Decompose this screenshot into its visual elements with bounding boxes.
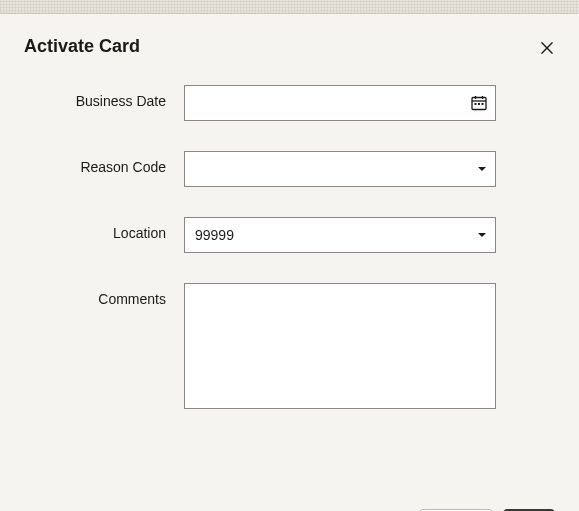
location-label: Location [24,217,184,241]
comments-textarea[interactable] [184,283,496,409]
business-date-input[interactable] [184,85,496,121]
field-row-comments: Comments [24,283,555,413]
window-texture-strip [0,0,579,14]
location-select[interactable]: 99999 [184,217,496,253]
dialog-footer: Cancel OK [0,449,579,511]
activate-card-dialog: Activate Card Business Date [0,14,579,511]
dialog-title: Activate Card [24,36,555,57]
field-row-location: Location 99999 [24,217,555,253]
reason-code-select[interactable] [184,151,496,187]
business-date-label: Business Date [24,85,184,109]
close-button[interactable] [535,36,559,60]
field-row-business-date: Business Date [24,85,555,121]
comments-label: Comments [24,283,184,307]
activate-card-form: Business Date [24,85,555,413]
reason-code-label: Reason Code [24,151,184,175]
location-value: 99999 [195,227,234,243]
close-icon [541,41,553,55]
field-row-reason-code: Reason Code [24,151,555,187]
